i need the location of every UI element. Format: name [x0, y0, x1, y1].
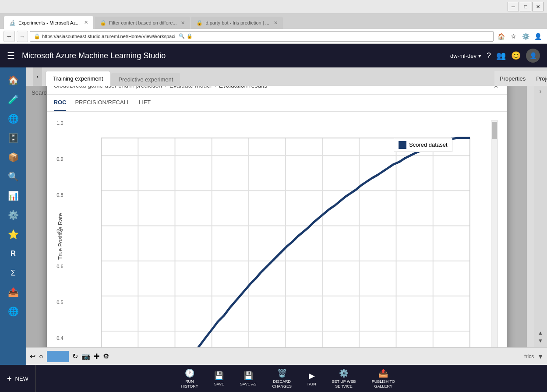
globe-icon: 🌐 — [8, 113, 19, 124]
sidebar-item-dataset[interactable]: 🗄️ — [2, 129, 24, 147]
breadcrumb-current: Evaluation results — [219, 86, 268, 89]
users-icon[interactable]: 👥 — [496, 51, 506, 60]
url-text: https://asiasoutheast.studio.azureml.net… — [42, 34, 175, 39]
sidebar-item-export[interactable]: 📤 — [2, 283, 24, 301]
canvas-action-3[interactable] — [47, 351, 69, 362]
bottom-actions: 🕐 RUNHISTORY 💾 SAVE 💾 SAVE AS 🗑️ DISCARD… — [36, 365, 540, 392]
legend-color-box — [399, 141, 406, 149]
publish-icon: 📤 — [378, 368, 388, 378]
panel-collapse-button[interactable]: ‹ — [33, 67, 42, 86]
canvas-action-7[interactable]: ⚙ — [103, 352, 109, 360]
feedback-icon[interactable]: 😊 — [511, 51, 521, 60]
browser-chrome: ─ □ ✕ 🔬 Experiments - Microsoft Az... ✕ … — [0, 0, 547, 44]
account-button[interactable]: dw-ml-dev ▾ — [450, 53, 481, 59]
canvas-action-5[interactable]: 📷 — [81, 352, 90, 360]
lock-icon: 🔒 — [187, 33, 193, 39]
legend-label: Scored dataset — [409, 141, 447, 148]
tab-project[interactable]: Project — [531, 71, 547, 86]
modal-scrollbar[interactable] — [491, 120, 498, 348]
sidebar-item-r[interactable]: R — [2, 244, 24, 263]
app-body: 🏠 🧪 🌐 🗄️ 📦 🔍 📊 ⚙️ — [0, 67, 547, 365]
browser-toolbar: ← → 🔒 https://asiasoutheast.studio.azure… — [0, 29, 547, 44]
sidebar-item-evaluate[interactable]: 📊 — [2, 187, 24, 205]
tab-label: Filter content based on differe... — [109, 20, 177, 25]
scroll-up-icon[interactable]: ▲ — [538, 330, 543, 336]
scroll-down-icon[interactable]: ▼ — [538, 338, 543, 344]
dropdown-arrow-icon: ▾ — [478, 53, 481, 59]
secure-icon: 🔒 — [34, 33, 40, 39]
address-bar[interactable]: 🔒 https://asiasoutheast.studio.azureml.n… — [30, 31, 494, 42]
maximize-button[interactable]: □ — [520, 2, 531, 11]
publish-label: PUBLISH TOGALLERY — [372, 379, 395, 389]
settings-icon[interactable]: ⚙️ — [520, 31, 531, 42]
web-service-icon: ⚙️ — [339, 368, 349, 378]
tab-filter[interactable]: 🔒 Filter content based on differe... ✕ — [95, 17, 191, 29]
web-service-label: SET UP WEBSERVICE — [332, 379, 356, 389]
y-axis-ticks: 0.0 0.1 0.2 0.3 0.4 0.5 0.6 0.7 0.8 — [49, 120, 64, 348]
sidebar-item-search[interactable]: 🔍 — [2, 167, 24, 186]
modal-header: CloudBread game user churn prediction › … — [47, 86, 507, 95]
canvas-action-6[interactable]: ✚ — [94, 352, 99, 360]
back-button[interactable]: ← — [4, 31, 15, 42]
tab-close-icon[interactable]: ✕ — [181, 20, 185, 26]
home-icon[interactable]: 🏠 — [495, 31, 507, 42]
sidebar-item-home[interactable]: 🏠 — [2, 71, 24, 89]
tab-predictive[interactable]: Predictive experiment — [111, 73, 180, 86]
canvas-action-1[interactable]: ↩ — [30, 352, 35, 360]
tab-properties[interactable]: Properties — [494, 71, 531, 86]
run-button[interactable]: ▶ RUN — [300, 365, 324, 392]
avatar[interactable]: 👤 — [526, 49, 540, 63]
sidebar-item-settings[interactable]: ⚙️ — [2, 206, 24, 224]
minimize-button[interactable]: ─ — [508, 2, 519, 11]
sidebar-item-globe[interactable]: 🌐 — [2, 109, 24, 128]
right-scrollbar[interactable] — [527, 86, 534, 347]
tab-roc[interactable]: ROC — [54, 95, 67, 111]
canvas-action-4[interactable]: ↻ — [72, 352, 78, 360]
sidebar-item-web[interactable]: 🌐 — [2, 302, 24, 321]
modal-close-button[interactable]: × — [491, 86, 501, 92]
sidebar-item-star[interactable]: ⭐ — [2, 225, 24, 244]
discard-button[interactable]: 🗑️ DISCARDCHANGES — [264, 365, 300, 392]
tab-training[interactable]: Training experiment — [46, 71, 110, 86]
close-button[interactable]: ✕ — [532, 2, 543, 11]
tab-secure-icon: 🔒 — [100, 20, 106, 26]
sigma-icon: Σ — [11, 268, 15, 278]
app-container: ☰ Microsoft Azure Machine Learning Studi… — [0, 44, 547, 392]
canvas-area: Search › ▲ ▼ CloudBr — [26, 86, 547, 347]
canvas-action-2[interactable]: ○ — [39, 353, 43, 360]
y-tick-8: 0.8 — [49, 192, 64, 198]
person-icon[interactable]: 👤 — [532, 31, 543, 42]
tab-close-icon[interactable]: ✕ — [84, 20, 88, 25]
save-as-label: SAVE AS — [240, 382, 256, 386]
scroll-thumb[interactable] — [492, 122, 497, 139]
sidebar-item-sigma[interactable]: Σ — [2, 264, 24, 282]
run-history-button[interactable]: 🕐 RUNHISTORY — [173, 365, 206, 392]
new-button[interactable]: + NEW — [7, 365, 36, 392]
star-icon[interactable]: ☆ — [508, 31, 519, 42]
save-as-button[interactable]: 💾 SAVE AS — [232, 365, 264, 392]
tab-iris[interactable]: 🔒 d.party bot - Iris prediction | ... ✕ — [191, 17, 282, 29]
save-button[interactable]: 💾 SAVE — [206, 365, 232, 392]
sidebar-item-modules[interactable]: 📦 — [2, 148, 24, 166]
modal-overlay: CloudBread game user churn prediction › … — [26, 86, 527, 347]
discard-icon: 🗑️ — [277, 368, 287, 378]
hamburger-menu[interactable]: ☰ — [7, 50, 15, 61]
publish-button[interactable]: 📤 PUBLISH TOGALLERY — [364, 365, 403, 392]
web-service-button[interactable]: ⚙️ SET UP WEBSERVICE — [324, 365, 363, 392]
tab-experiments[interactable]: 🔬 Experiments - Microsoft Az... ✕ — [4, 16, 94, 29]
star-icon: ⭐ — [8, 229, 19, 240]
sidebar-item-flask[interactable]: 🧪 — [2, 90, 24, 109]
help-icon[interactable]: ? — [487, 51, 491, 60]
export-icon: 📤 — [8, 287, 19, 297]
tab-precision-recall[interactable]: PRECISION/RECALL — [75, 95, 130, 111]
canvas-scroll-down[interactable]: ▼ — [537, 353, 543, 360]
panel-expand-right[interactable]: › — [540, 88, 542, 95]
main-content: ‹ Training experiment Predictive experim… — [26, 67, 547, 365]
y-tick-6: 0.6 — [49, 264, 64, 269]
save-label: SAVE — [214, 382, 224, 386]
forward-button[interactable]: → — [17, 31, 28, 42]
tab-lift[interactable]: LIFT — [139, 95, 151, 111]
tab-close-icon[interactable]: ✕ — [274, 20, 278, 26]
modal-tabs: ROC PRECISION/RECALL LIFT — [47, 95, 507, 112]
title-bar: ─ □ ✕ — [0, 0, 547, 13]
